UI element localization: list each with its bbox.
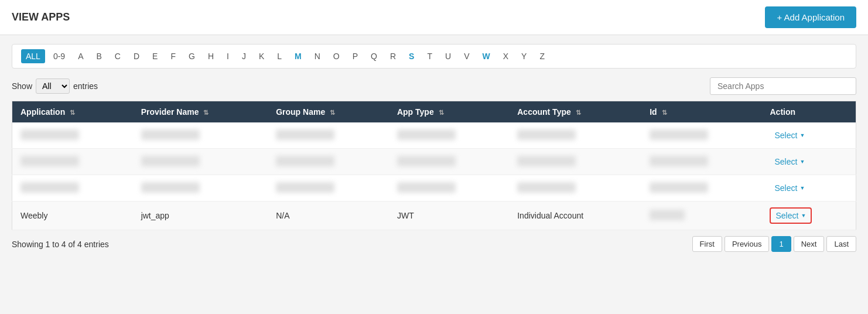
search-input[interactable] — [710, 77, 856, 95]
entries-select[interactable]: All 10 25 50 100 — [36, 78, 70, 94]
sort-icon-application: ⇅ — [70, 109, 75, 117]
alpha-btn-v[interactable]: V — [459, 49, 474, 63]
blurred-value — [20, 129, 79, 140]
alpha-btn-t[interactable]: T — [422, 49, 437, 63]
blurred-value — [517, 182, 576, 193]
sort-icon-apptype: ⇅ — [439, 109, 444, 117]
table-controls: Show All 10 25 50 100 entries — [12, 77, 856, 95]
col-group-name: Group Name ⇅ — [268, 101, 389, 123]
select-button-row1[interactable]: Select ▼ — [770, 128, 809, 142]
alpha-btn-q[interactable]: Q — [366, 49, 382, 63]
alpha-btn-o[interactable]: O — [329, 49, 344, 63]
pagination-last[interactable]: Last — [826, 236, 856, 252]
alpha-btn-l[interactable]: L — [272, 49, 286, 63]
page-title: VIEW APPS — [12, 11, 70, 23]
alpha-btn-u[interactable]: U — [440, 49, 456, 63]
cell-action-weebly: Select ▼ — [761, 202, 856, 230]
pagination-next[interactable]: Next — [794, 236, 825, 252]
blurred-value — [276, 129, 334, 140]
alpha-btn-j[interactable]: J — [237, 49, 251, 63]
cell-accounttype-weebly: Individual Account — [509, 202, 641, 230]
blurred-value — [650, 129, 708, 140]
cell-provider — [133, 175, 268, 202]
blurred-value — [650, 182, 708, 193]
sort-icon-provider: ⇅ — [203, 109, 209, 117]
chevron-down-icon: ▼ — [799, 132, 805, 138]
alpha-btn-b[interactable]: B — [92, 49, 107, 63]
table-row: Select ▼ — [12, 149, 856, 175]
select-button-weebly[interactable]: Select ▼ — [770, 207, 812, 224]
alpha-btn-all[interactable]: ALL — [21, 49, 45, 63]
alpha-btn-z[interactable]: Z — [535, 49, 549, 63]
add-application-button[interactable]: + Add Application — [765, 6, 856, 28]
blurred-value — [276, 156, 334, 166]
cell-accounttype — [509, 122, 641, 149]
blurred-value — [141, 156, 200, 166]
table-header-row: Application ⇅ Provider Name ⇅ Group Name… — [12, 101, 856, 123]
cell-action: Select ▼ — [761, 149, 856, 175]
alpha-btn-g[interactable]: G — [184, 49, 200, 63]
blurred-value — [650, 156, 708, 166]
blurred-value — [397, 129, 456, 140]
blurred-value — [517, 156, 576, 166]
pagination-1[interactable]: 1 — [771, 236, 791, 252]
blurred-value — [650, 210, 685, 220]
cell-provider — [133, 122, 268, 149]
alpha-btn-x[interactable]: X — [498, 49, 513, 63]
cell-application — [12, 122, 133, 149]
blurred-value — [276, 182, 334, 193]
blurred-value — [141, 182, 200, 193]
cell-group-weebly: N/A — [268, 202, 389, 230]
cell-application — [12, 149, 133, 175]
alpha-btn-09[interactable]: 0-9 — [49, 49, 70, 63]
cell-group — [268, 122, 389, 149]
blurred-value — [20, 182, 79, 193]
alpha-btn-k[interactable]: K — [254, 49, 269, 63]
chevron-down-icon: ▼ — [799, 185, 805, 191]
alpha-btn-c[interactable]: C — [110, 49, 125, 63]
alpha-btn-p[interactable]: P — [348, 49, 363, 63]
col-action: Action — [761, 101, 856, 123]
alpha-btn-i[interactable]: I — [222, 49, 234, 63]
alpha-btn-d[interactable]: D — [129, 49, 144, 63]
blurred-value — [517, 129, 576, 140]
cell-id — [641, 149, 761, 175]
alpha-btn-m[interactable]: M — [290, 49, 306, 63]
select-button-row3[interactable]: Select ▼ — [770, 181, 809, 195]
alpha-btn-f[interactable]: F — [166, 49, 180, 63]
alpha-btn-r[interactable]: R — [385, 49, 401, 63]
sort-icon-accounttype: ⇅ — [576, 109, 581, 117]
cell-group — [268, 149, 389, 175]
cell-apptype — [389, 175, 509, 202]
alpha-btn-a[interactable]: A — [73, 49, 88, 63]
show-label: Show — [12, 81, 32, 91]
table-footer: Showing 1 to 4 of 4 entries First Previo… — [12, 230, 856, 252]
entries-label: entries — [73, 81, 98, 91]
col-account-type: Account Type ⇅ — [509, 101, 641, 123]
select-button-row2[interactable]: Select ▼ — [770, 155, 809, 169]
alpha-btn-y[interactable]: Y — [517, 49, 531, 63]
alpha-btn-n[interactable]: N — [310, 49, 325, 63]
alpha-btn-w[interactable]: W — [477, 49, 494, 63]
cell-accounttype — [509, 149, 641, 175]
cell-provider-weebly: jwt_app — [133, 202, 268, 230]
cell-apptype — [389, 122, 509, 149]
alpha-btn-e[interactable]: E — [148, 49, 162, 63]
blurred-value — [397, 182, 456, 193]
col-provider-name: Provider Name ⇅ — [133, 101, 268, 123]
apps-table: Application ⇅ Provider Name ⇅ Group Name… — [12, 101, 856, 230]
alpha-btn-h[interactable]: H — [203, 49, 218, 63]
cell-action: Select ▼ — [761, 122, 856, 149]
cell-id — [641, 122, 761, 149]
blurred-value — [20, 156, 79, 166]
cell-group — [268, 175, 389, 202]
cell-action: Select ▼ — [761, 175, 856, 202]
pagination: First Previous 1 Next Last — [692, 236, 856, 252]
pagination-previous[interactable]: Previous — [725, 236, 770, 252]
blurred-value — [141, 129, 200, 140]
alpha-btn-s[interactable]: S — [404, 49, 419, 63]
pagination-first[interactable]: First — [692, 236, 722, 252]
showing-entries-text: Showing 1 to 4 of 4 entries — [12, 240, 109, 249]
blurred-value — [397, 156, 456, 166]
chevron-down-icon: ▼ — [801, 213, 806, 219]
